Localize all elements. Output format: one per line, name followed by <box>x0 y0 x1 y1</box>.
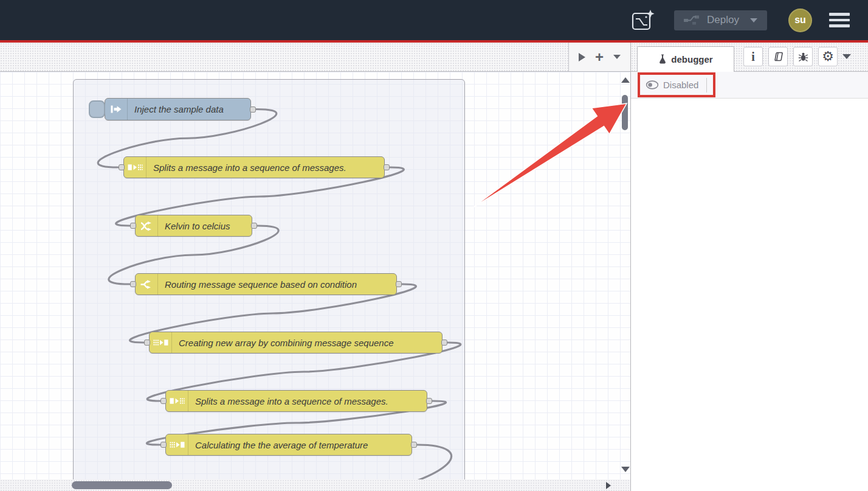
toolbar-separator <box>706 78 707 92</box>
sidebar-panel: debugger i <box>630 43 868 491</box>
node-label: Splits a message into a sequence of mess… <box>195 391 388 411</box>
flow-node-change[interactable]: Kelvin to celcius <box>135 215 252 237</box>
node-label: Routing message sequence based on condit… <box>165 274 357 294</box>
flow-node-switch[interactable]: Routing message sequence based on condit… <box>135 273 397 295</box>
settings-button[interactable]: ⚙ <box>818 47 838 66</box>
docs-button[interactable] <box>768 47 788 66</box>
flow-node-inject[interactable]: Inject the sample data <box>105 98 251 120</box>
annotation-red-arrow <box>471 103 627 209</box>
sidebar-tab-bar: debugger i <box>631 43 868 72</box>
node-label: Kelvin to celcius <box>165 215 230 236</box>
debug-disabled-toggle[interactable]: Disabled <box>646 80 698 90</box>
vertical-scrollbar <box>620 72 630 479</box>
app-header: Deploy su <box>0 0 868 40</box>
sidebar-tab-label: debugger <box>671 54 712 64</box>
toggle-off-icon <box>646 80 659 89</box>
vertical-scrollbar-thumb[interactable] <box>622 95 628 130</box>
output-port[interactable] <box>426 398 432 404</box>
book-icon <box>773 52 784 61</box>
avatar-initials: su <box>794 15 806 26</box>
horizontal-scrollbar-thumb[interactable] <box>72 481 172 489</box>
output-port[interactable] <box>384 164 390 170</box>
inject-arrow-icon <box>105 99 128 120</box>
workspace-tab-bar: + <box>0 43 630 72</box>
info-icon: i <box>751 50 755 63</box>
node-label: Splits a message into a sequence of mess… <box>153 157 346 178</box>
disabled-label: Disabled <box>663 80 698 90</box>
flow-node-split[interactable]: Splits a message into a sequence of mess… <box>123 156 385 178</box>
input-port[interactable] <box>144 340 150 346</box>
workspace-tab-bar-buttons: + <box>568 43 630 71</box>
change-shuffle-icon <box>136 215 158 236</box>
join-icon <box>150 332 172 353</box>
node-label: Creating new array by combining message … <box>179 332 394 353</box>
sidebar-tab-debugger[interactable]: debugger <box>637 46 734 72</box>
flow-canvas-panel: + Inject the sample dataSplits a message… <box>0 43 630 491</box>
switch-fork-icon <box>136 274 158 294</box>
input-port[interactable] <box>130 223 136 229</box>
node-label: Calculating the the average of temperatu… <box>195 434 368 455</box>
input-port[interactable] <box>119 164 125 170</box>
input-port[interactable] <box>160 442 167 448</box>
annotation-highlight-box: Disabled <box>638 72 715 97</box>
deploy-label: Deploy <box>707 14 739 26</box>
output-port[interactable] <box>396 281 402 287</box>
split-icon <box>166 391 188 411</box>
flow-node-join[interactable]: Calculating the the average of temperatu… <box>165 434 412 456</box>
join-icon <box>166 434 188 455</box>
node-label: Inject the sample data <box>134 99 224 120</box>
split-icon <box>124 157 146 178</box>
scroll-up-icon[interactable] <box>621 77 630 83</box>
user-avatar[interactable]: su <box>788 9 812 32</box>
horizontal-scrollbar <box>0 479 630 491</box>
debug-messages-panel <box>631 99 868 491</box>
inject-trigger-button[interactable] <box>89 100 105 118</box>
hamburger-menu-icon[interactable] <box>829 13 850 27</box>
deploy-nodes-icon <box>684 15 700 25</box>
output-port[interactable] <box>251 223 257 229</box>
output-port[interactable] <box>441 340 447 346</box>
input-port[interactable] <box>160 398 167 404</box>
deploy-button[interactable]: Deploy <box>674 10 767 30</box>
debug-button[interactable] <box>793 47 813 66</box>
gear-icon: ⚙ <box>822 50 834 63</box>
scroll-right-icon[interactable] <box>606 482 611 489</box>
debug-sidebar-toolbar: Disabled <box>631 72 868 99</box>
info-button[interactable]: i <box>743 47 763 66</box>
tab-list-chevron-icon[interactable] <box>613 55 621 59</box>
flow-node-split[interactable]: Splits a message into a sequence of mess… <box>165 390 427 412</box>
flow-node-join[interactable]: Creating new array by combining message … <box>149 332 443 353</box>
scroll-tabs-right-icon[interactable] <box>579 53 585 61</box>
ai-flow-icon[interactable] <box>630 8 657 32</box>
sidebar-buttons: i <box>743 47 838 66</box>
input-port[interactable] <box>130 281 136 287</box>
output-port[interactable] <box>411 442 417 448</box>
output-port[interactable] <box>250 106 256 113</box>
add-flow-button[interactable]: + <box>595 50 604 64</box>
node-red-app: Deploy su + Inject the samp <box>0 0 868 491</box>
chevron-down-icon[interactable] <box>842 54 851 59</box>
bug-icon <box>798 52 808 62</box>
flask-icon <box>658 54 667 64</box>
scroll-down-icon[interactable] <box>621 467 630 472</box>
flow-workspace[interactable]: Inject the sample dataSplits a message i… <box>0 72 630 479</box>
deploy-options-caret-icon[interactable] <box>750 18 757 23</box>
